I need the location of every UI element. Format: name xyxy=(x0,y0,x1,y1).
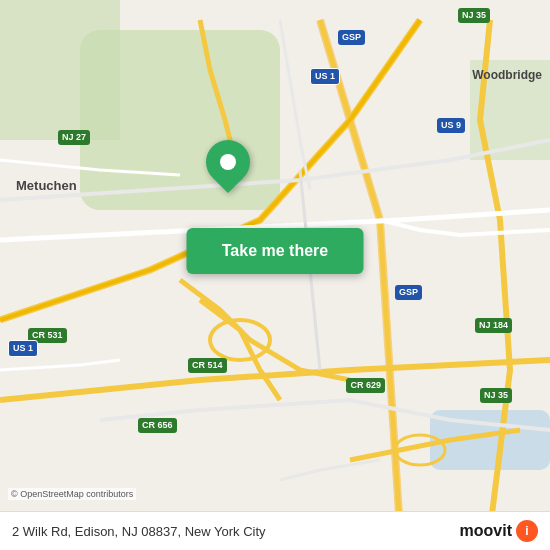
take-me-there-button[interactable]: Take me there xyxy=(187,228,364,274)
label-metuchen: Metuchen xyxy=(16,178,77,193)
shield-us1-1: US 1 xyxy=(310,68,340,85)
shield-us9: US 9 xyxy=(437,118,465,133)
location-pin xyxy=(206,140,250,184)
bottom-bar: 2 Wilk Rd, Edison, NJ 08837, New York Ci… xyxy=(0,511,550,550)
shield-gsp-2: GSP xyxy=(395,285,422,300)
moovit-logo: moovit i xyxy=(460,520,538,542)
shield-nj184: NJ 184 xyxy=(475,318,512,333)
shield-cr514: CR 514 xyxy=(188,358,227,373)
label-woodbridge: Woodbridge xyxy=(472,68,542,82)
shield-gsp-1: GSP xyxy=(338,30,365,45)
shield-nj35-2: NJ 35 xyxy=(480,388,512,403)
svg-point-0 xyxy=(210,320,270,360)
shield-cr629: CR 629 xyxy=(346,378,385,393)
shield-nj27: NJ 27 xyxy=(58,130,90,145)
osm-attribution: © OpenStreetMap contributors xyxy=(8,488,136,500)
road-network xyxy=(0,0,550,550)
map-container: NJ 35 GSP US 1 US 9 NJ 27 CR 531 CR 514 … xyxy=(0,0,550,550)
moovit-dot: i xyxy=(516,520,538,542)
address-text: 2 Wilk Rd, Edison, NJ 08837, New York Ci… xyxy=(12,524,266,539)
shield-us1-2: US 1 xyxy=(8,340,38,357)
shield-nj35-1: NJ 35 xyxy=(458,8,490,23)
shield-cr656: CR 656 xyxy=(138,418,177,433)
moovit-text: moovit xyxy=(460,522,512,540)
